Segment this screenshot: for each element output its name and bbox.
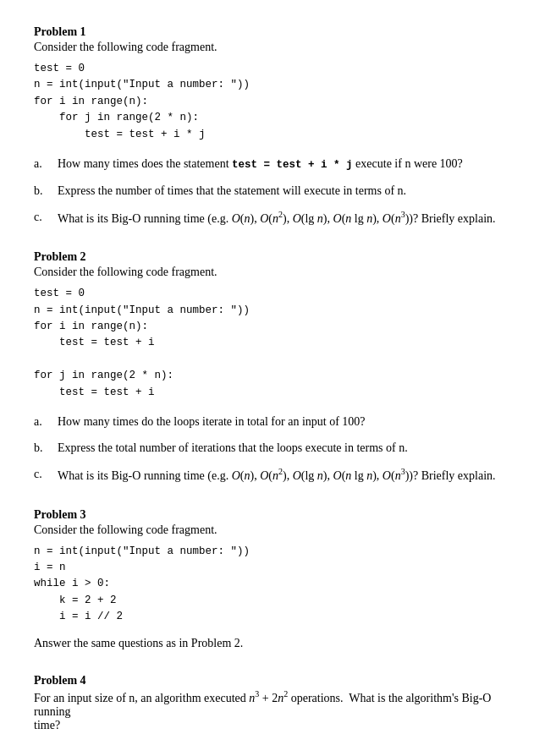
problem-1-question-c: c. What is its Big-O running time (e.g. … [34,208,522,227]
problem-1-desc: Consider the following code fragment. [34,41,522,54]
problem-1-code: test = 0 n = int(input("Input a number: … [34,61,522,143]
p2-math-on2: O [260,469,268,482]
problem-3-code: n = int(input("Input a number: ")) i = n… [34,544,522,626]
p2-math-n5: n [366,469,372,482]
question-b-label: b. [34,182,58,200]
problem-4-desc: For an input size of n, an algorithm exe… [34,689,522,732]
question-c-label: c. [34,208,58,226]
math-n3: n [317,211,323,224]
problem-4-title: Problem 4 [34,674,522,688]
math-n2: n [272,211,278,224]
p2-math-n6: n [395,469,401,482]
p2-math-n: n [245,469,250,482]
p2-question-a-text: How many times do the loops iterate in t… [58,413,522,430]
p2-question-a-label: a. [34,413,58,430]
p2-math-onlgn: O [333,469,342,482]
problem-3-answer-ref: Answer the same questions as in Problem … [34,637,522,650]
problem-1-question-a: a. How many times does the statement tes… [34,155,522,173]
problem-2-question-b: b. Express the total number of iteration… [34,439,522,457]
question-c-text: What is its Big-O running time (e.g. O(n… [58,208,522,227]
problem-1: Problem 1 Consider the following code fr… [34,25,522,227]
p2-question-c-label: c. [34,465,58,483]
problem-2-desc: Consider the following code fragment. [34,266,522,279]
question-a-text: How many times does the statement test =… [58,155,522,173]
problem-3-desc: Consider the following code fragment. [34,523,522,537]
code-highlight-1: test = test + i * j [232,159,353,171]
problem-3: Problem 3 Consider the following code fr… [34,508,522,651]
p2-math-olgn: O [293,469,301,482]
problem-1-question-b: b. Express the number of times that the … [34,182,522,200]
math-n: n [245,211,250,224]
p2-question-c-text: What is its Big-O running time (e.g. O(n… [58,465,522,485]
p2-math-on: O [232,469,240,482]
problem-2-question-c: c. What is its Big-O running time (e.g. … [34,465,522,485]
p2-math-n4: n [345,469,351,482]
math-olgn: O [293,211,301,224]
math-n4: n [345,211,351,224]
math-on: O [232,211,240,224]
problem-2: Problem 2 Consider the following code fr… [34,250,522,484]
p2-math-on3: O [383,469,391,482]
question-a-label: a. [34,155,58,173]
math-n5: n [366,211,372,224]
math-on3: O [383,211,391,224]
p2-question-b-text: Express the total number of iterations t… [58,439,522,457]
p2-question-b-label: b. [34,439,58,457]
math-n6: n [395,211,401,224]
math-on2: O [260,211,268,224]
problem-2-questions: a. How many times do the loops iterate i… [34,413,522,485]
p2-math-n3: n [317,469,323,482]
math-onlgn: O [333,211,342,224]
problem-2-question-a: a. How many times do the loops iterate i… [34,413,522,430]
problem-3-title: Problem 3 [34,508,522,522]
problem-4: Problem 4 For an input size of n, an alg… [34,674,522,732]
p2-math-n2: n [272,469,278,482]
problem-2-title: Problem 2 [34,250,522,264]
question-b-text: Express the number of times that the sta… [58,182,522,200]
problem-1-title: Problem 1 [34,25,522,39]
problem-2-code: test = 0 n = int(input("Input a number: … [34,286,522,401]
problem-1-questions: a. How many times does the statement tes… [34,155,522,227]
